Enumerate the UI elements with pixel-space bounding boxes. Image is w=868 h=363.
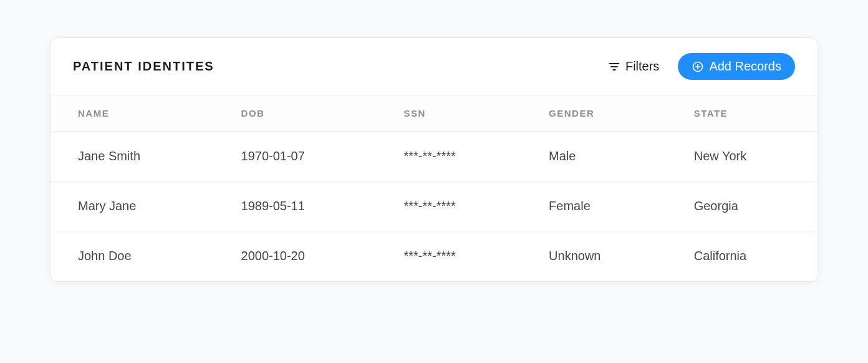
- table-body: Jane Smith 1970-01-07 ***-**-**** Male N…: [51, 132, 817, 281]
- cell-dob: 1989-05-11: [219, 182, 382, 231]
- cell-dob: 1970-01-07: [219, 132, 382, 182]
- cell-ssn: ***-**-****: [381, 182, 526, 231]
- header-actions: Filters Add Records: [605, 53, 795, 80]
- table-header: NAME DOB SSN GENDER STATE: [51, 95, 817, 132]
- patient-identities-card: PATIENT IDENTITES Filters: [50, 37, 818, 282]
- column-header-name[interactable]: NAME: [51, 95, 219, 132]
- cell-name: Mary Jane: [51, 182, 219, 231]
- card-title: PATIENT IDENTITES: [73, 59, 215, 74]
- column-header-gender[interactable]: GENDER: [526, 95, 672, 132]
- column-header-state[interactable]: STATE: [672, 95, 817, 132]
- card-header: PATIENT IDENTITES Filters: [51, 38, 817, 95]
- add-records-label: Add Records: [709, 59, 781, 74]
- table-row[interactable]: Mary Jane 1989-05-11 ***-**-**** Female …: [51, 182, 817, 231]
- cell-ssn: ***-**-****: [381, 231, 526, 281]
- filter-icon: [608, 60, 620, 73]
- table-row[interactable]: Jane Smith 1970-01-07 ***-**-**** Male N…: [51, 132, 817, 182]
- cell-gender: Unknown: [526, 231, 672, 281]
- cell-state: Georgia: [672, 182, 817, 231]
- cell-name: Jane Smith: [51, 132, 219, 182]
- column-header-ssn[interactable]: SSN: [381, 95, 526, 132]
- patient-table: NAME DOB SSN GENDER STATE Jane Smith 197…: [51, 95, 817, 281]
- cell-dob: 2000-10-20: [219, 231, 382, 281]
- filters-label: Filters: [625, 59, 659, 74]
- cell-ssn: ***-**-****: [381, 132, 526, 182]
- cell-state: New York: [672, 132, 817, 182]
- column-header-dob[interactable]: DOB: [219, 95, 382, 132]
- table-row[interactable]: John Doe 2000-10-20 ***-**-**** Unknown …: [51, 231, 817, 281]
- cell-name: John Doe: [51, 231, 219, 281]
- add-records-button[interactable]: Add Records: [678, 53, 795, 80]
- plus-circle-icon: [692, 60, 704, 73]
- cell-state: California: [672, 231, 817, 281]
- filters-button[interactable]: Filters: [605, 56, 662, 77]
- cell-gender: Female: [526, 182, 672, 231]
- cell-gender: Male: [526, 132, 672, 182]
